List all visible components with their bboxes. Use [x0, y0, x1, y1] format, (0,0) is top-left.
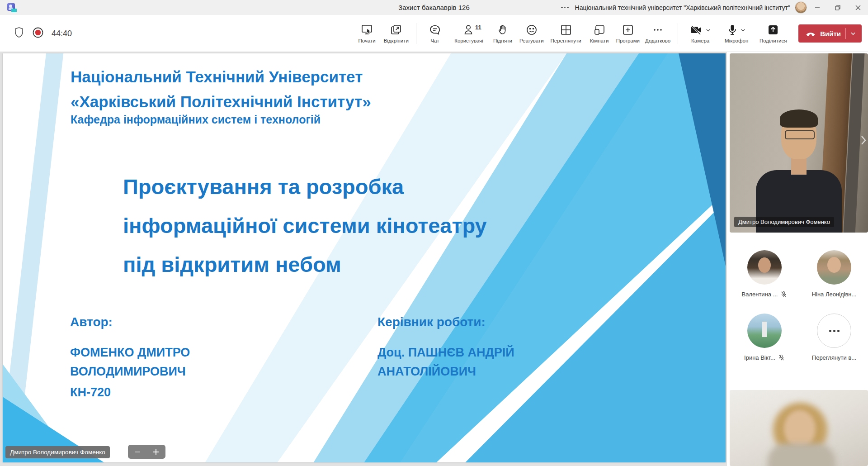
participant-avatar[interactable]	[817, 250, 851, 285]
participant-tile[interactable]: Валентина ...	[731, 250, 798, 314]
author-name-line1: ФОМЕНКО ДМИТРО	[70, 343, 190, 362]
title-line1: Проєктування та розробка	[123, 167, 487, 206]
share-button[interactable]: Поділитися	[755, 22, 791, 45]
raise-hand-button[interactable]: Підняти	[489, 22, 517, 45]
people-icon: 11	[463, 24, 475, 36]
chat-icon	[429, 24, 441, 36]
participants-count: 11	[475, 24, 481, 31]
mic-options-chevron-icon[interactable]	[740, 27, 746, 33]
supervisor-name: Доц. ПАШНЄВ АНДРІЙ АНАТОЛІЙОВИЧ	[377, 343, 514, 381]
main-speaker-name: Дмитро Володимирович Фоменко	[734, 217, 834, 227]
toolbar-divider	[416, 23, 416, 44]
more-button[interactable]: Додатково	[642, 22, 673, 45]
university-line1: Національний Технічний Університет	[71, 64, 371, 89]
camera-button[interactable]: Камера	[683, 22, 718, 45]
more-label: Додатково	[645, 38, 670, 43]
author-name: ФОМЕНКО ДМИТРО ВОЛОДИМИРОВИЧ	[70, 343, 190, 381]
university-line2: «Харківський Політехнічний Інститут»	[71, 89, 371, 114]
participants-button[interactable]: 11 Користувачі	[449, 22, 489, 45]
content-zoom-control	[128, 445, 165, 459]
mic-muted-icon	[778, 354, 785, 361]
participant-name: Ніна Леонідівн...	[812, 291, 857, 298]
author-label: Автор:	[70, 315, 113, 329]
restore-button[interactable]	[827, 0, 848, 15]
apps-plus-icon	[622, 24, 634, 36]
view-all-participants-tile[interactable]: Переглянути в...	[800, 314, 868, 377]
participant-tile[interactable]: Ніна Леонідівн...	[800, 250, 868, 314]
participants-sidebar: Дмитро Володимирович Фоменко Валентина .…	[727, 52, 868, 466]
more-dots-icon	[651, 24, 664, 36]
window-titlebar: Захист бакалаврів 126 Національний техні…	[0, 0, 868, 15]
participant-avatar[interactable]	[747, 250, 782, 285]
security-shield-icon	[14, 27, 24, 40]
participant-name: Валентина ...	[742, 291, 778, 298]
unpin-label: Відкріпити	[384, 38, 409, 43]
leave-button[interactable]: Вийти	[798, 24, 862, 43]
react-button[interactable]: Реагувати	[517, 22, 547, 45]
supervisor-label: Керівник роботи:	[377, 315, 486, 329]
screen-share-icon	[360, 24, 374, 36]
mic-button[interactable]: Мікрофон	[718, 22, 755, 45]
minimize-button[interactable]	[807, 0, 827, 15]
title-line2: інформаційної системи кінотеатру	[123, 206, 487, 245]
unpin-button[interactable]: Відкріпити	[381, 22, 411, 45]
chat-button[interactable]: Чат	[421, 22, 449, 45]
toolbar-divider	[678, 23, 678, 44]
title-line3: під відкритим небом	[123, 245, 487, 284]
rooms-label: Кімнати	[590, 38, 609, 43]
participant-avatar[interactable]	[747, 314, 782, 348]
start-share-label: Почати	[359, 38, 376, 43]
presentation-slide: Національний Технічний Університет «Харк…	[3, 53, 726, 462]
mic-muted-icon	[780, 291, 787, 298]
presenter-name-tag: Дмитро Володимирович Фоменко	[5, 446, 110, 458]
share-label: Поділитися	[760, 38, 787, 43]
main-speaker-video[interactable]: Дмитро Володимирович Фоменко	[730, 53, 868, 233]
participant-tile[interactable]: Ірина Вікт...	[731, 314, 798, 377]
org-name: Національний технічний університет "Харк…	[575, 4, 790, 11]
raise-hand-label: Підняти	[493, 38, 512, 43]
overflow-participants-icon[interactable]	[817, 314, 851, 348]
start-share-button[interactable]: Почати	[353, 22, 381, 45]
slide-main-title: Проєктування та розробка інформаційної с…	[123, 167, 487, 284]
rooms-button[interactable]: Кімнати	[585, 22, 613, 45]
account-cluster[interactable]: Національний технічний університет "Харк…	[561, 0, 807, 15]
raised-hand-icon	[497, 24, 509, 36]
slide-university-heading: Національний Технічний Університет «Харк…	[71, 64, 371, 114]
popout-icon	[390, 24, 402, 36]
close-button[interactable]	[848, 0, 868, 15]
supervisor-name-line2: АНАТОЛІЙОВИЧ	[377, 362, 514, 381]
view-label: Переглянути	[551, 38, 581, 43]
react-label: Реагувати	[519, 38, 544, 43]
zoom-in-button[interactable]	[152, 448, 160, 456]
slide-department: Кафедра інформаційних систем і технологі…	[71, 113, 321, 126]
secondary-video-tile[interactable]	[730, 390, 868, 466]
camera-options-chevron-icon[interactable]	[705, 27, 711, 33]
smiley-icon	[525, 24, 538, 36]
author-group: КН-720	[70, 385, 111, 399]
titlebar-overflow-icon[interactable]	[561, 7, 569, 9]
apps-button[interactable]: Програми	[613, 22, 642, 45]
account-avatar[interactable]	[795, 1, 807, 14]
gallery-view-icon	[560, 24, 572, 36]
meeting-toolbar: 44:40 Почати Відкріпити	[0, 15, 868, 52]
participant-name: Ірина Вікт...	[744, 354, 775, 361]
shared-content-stage: Національний Технічний Університет «Харк…	[0, 52, 727, 466]
leave-label: Вийти	[820, 30, 841, 38]
leave-options-chevron-icon[interactable]	[850, 30, 856, 37]
video-next-chevron-icon[interactable]	[860, 134, 867, 148]
author-name-line2: ВОЛОДИМИРОВИЧ	[70, 362, 190, 381]
mic-label: Мікрофон	[725, 38, 748, 43]
mic-icon	[727, 24, 738, 36]
hangup-icon	[805, 28, 816, 39]
chat-label: Чат	[430, 38, 439, 43]
share-tray-icon	[767, 24, 779, 36]
zoom-out-button[interactable]	[133, 448, 142, 456]
leave-divider	[845, 28, 846, 39]
view-all-label: Переглянути в...	[812, 354, 856, 361]
breakout-rooms-icon	[593, 24, 606, 36]
recording-indicator-icon	[32, 27, 44, 40]
camera-label: Камера	[691, 38, 709, 43]
apps-label: Програми	[616, 38, 640, 43]
camera-off-icon	[689, 24, 703, 36]
view-button[interactable]: Переглянути	[547, 22, 585, 45]
